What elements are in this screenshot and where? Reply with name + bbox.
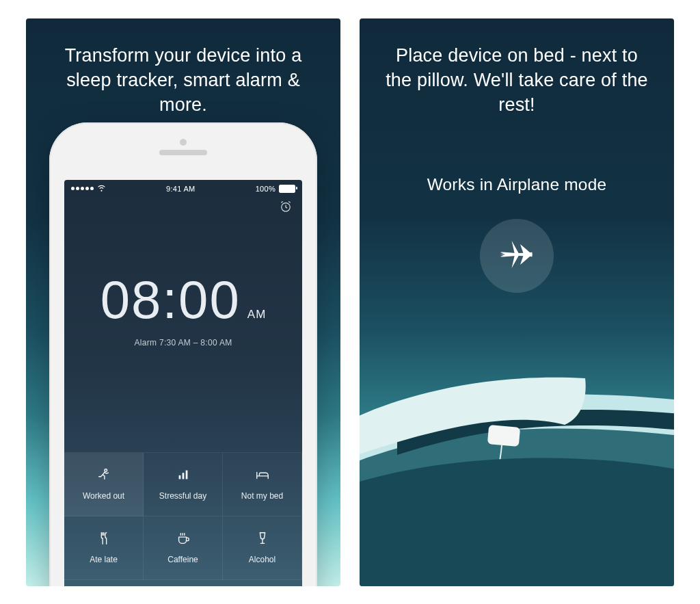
alarm-icon[interactable] (279, 200, 293, 216)
bars-icon (176, 467, 191, 484)
svg-point-1 (104, 469, 107, 472)
phone-speaker (159, 150, 207, 155)
battery-icon (279, 185, 295, 193)
wine-icon (255, 531, 270, 548)
airplane-badge (480, 219, 554, 293)
airplane-icon (496, 234, 537, 278)
tag-alcohol[interactable]: Alcohol (223, 516, 302, 580)
tag-label: Stressful day (159, 491, 206, 501)
sleep-notes-grid: Worked outStressful dayNot my bedAte lat… (64, 452, 302, 579)
airplane-mode-text: Works in Airplane mode (360, 175, 674, 194)
bed-icon (255, 467, 270, 484)
phone-mockup: 9:41 AM 100% 08:00 AM Al (49, 122, 317, 586)
svg-rect-3 (182, 473, 184, 479)
tag-label: Not my bed (241, 491, 283, 501)
statusbar-time: 9:41 AM (166, 185, 195, 193)
svg-rect-2 (178, 475, 180, 480)
signal-dots-icon (71, 187, 94, 190)
promo-heading: Place device on bed - next to the pillow… (360, 18, 674, 118)
tag-caffeine[interactable]: Caffeine (144, 516, 223, 580)
promo-panel-right: Place device on bed - next to the pillow… (360, 18, 674, 586)
alarm-clock[interactable]: 08:00 AM Alarm 7:30 AM – 8:00 AM (64, 269, 302, 347)
ios-status-bar: 9:41 AM 100% (64, 180, 302, 196)
coffee-icon (176, 531, 191, 548)
svg-rect-4 (185, 471, 187, 480)
promo-heading: Transform your device into a sleep track… (26, 18, 340, 118)
bed-illustration (360, 354, 674, 586)
tag-not-my-bed[interactable]: Not my bed (223, 453, 302, 516)
wifi-icon (97, 183, 106, 194)
tag-worked-out[interactable]: Worked out (64, 453, 144, 516)
promo-panel-left: Transform your device into a sleep track… (26, 18, 340, 586)
svg-rect-9 (487, 425, 520, 447)
tag-ate-late[interactable]: Ate late (64, 516, 144, 580)
tag-label: Worked out (83, 491, 124, 501)
app-screen: 9:41 AM 100% 08:00 AM Al (64, 180, 302, 586)
running-icon (96, 467, 111, 484)
alarm-ampm: AM (247, 308, 267, 321)
battery-label: 100% (256, 185, 275, 193)
tag-label: Alcohol (249, 555, 275, 564)
cutlery-icon (96, 531, 111, 548)
alarm-time: 08:00 (100, 269, 241, 331)
alarm-range: Alarm 7:30 AM – 8:00 AM (64, 338, 302, 347)
tag-label: Caffeine (167, 555, 198, 564)
tag-label: Ate late (90, 555, 118, 564)
tag-stressful-day[interactable]: Stressful day (144, 453, 223, 516)
phone-camera (180, 139, 187, 146)
